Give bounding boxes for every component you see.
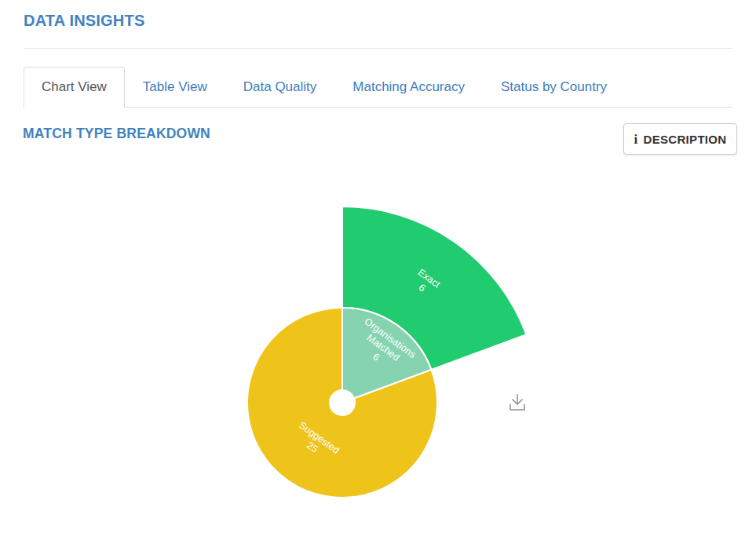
download-icon[interactable] [507, 392, 528, 413]
match-type-sunburst-chart [0, 0, 756, 544]
page: { "page": { "title": "DATA INSIGHTS" }, … [0, 0, 756, 544]
